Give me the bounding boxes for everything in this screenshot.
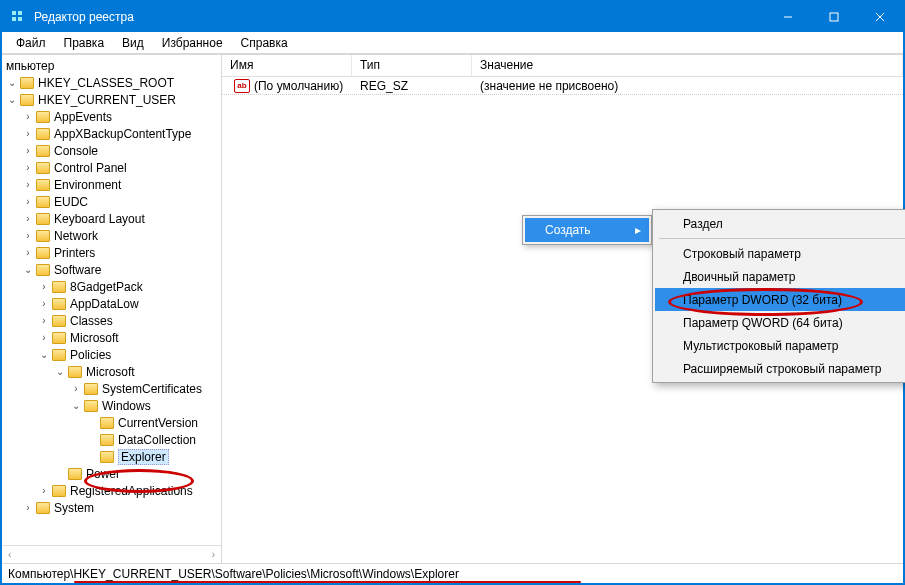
tree-item-label: DataCollection	[118, 433, 196, 447]
tree-item[interactable]: ›Microsoft	[2, 329, 221, 346]
tree-item-label: Policies	[70, 348, 111, 362]
tree-item[interactable]: ›AppEvents	[2, 108, 221, 125]
tree-view[interactable]: мпьютер⌄HKEY_CLASSES_ROOT⌄HKEY_CURRENT_U…	[2, 55, 221, 545]
minimize-button[interactable]	[765, 2, 811, 32]
tree-expander-icon[interactable]: ›	[38, 281, 50, 293]
tree-item[interactable]: CurrentVersion	[2, 414, 221, 431]
tree-expander-icon[interactable]: ›	[22, 111, 34, 123]
tree-item-label: HKEY_CLASSES_ROOT	[38, 76, 174, 90]
submenu-item[interactable]: Расширяемый строковый параметр	[655, 357, 905, 380]
folder-icon	[36, 179, 50, 191]
submenu-item[interactable]: Двоичный параметр	[655, 265, 905, 288]
tree-item[interactable]: DataCollection	[2, 431, 221, 448]
tree-item[interactable]: ›Keyboard Layout	[2, 210, 221, 227]
tree-expander-icon[interactable]: ›	[22, 230, 34, 242]
column-value[interactable]: Значение	[472, 55, 903, 76]
tree-item[interactable]: ›Environment	[2, 176, 221, 193]
folder-icon	[84, 400, 98, 412]
close-button[interactable]	[857, 2, 903, 32]
tree-item[interactable]: ⌄Windows	[2, 397, 221, 414]
submenu-item[interactable]: Раздел	[655, 212, 905, 235]
tree-expander-icon[interactable]: ›	[22, 145, 34, 157]
tree-expander-icon[interactable]: ⌄	[38, 349, 50, 361]
tree-item-label: Software	[54, 263, 101, 277]
tree-expander-icon[interactable]: ›	[22, 162, 34, 174]
submenu-separator	[659, 238, 905, 239]
column-name[interactable]: Имя	[222, 55, 352, 76]
tree-expander-icon[interactable]: ›	[38, 332, 50, 344]
tree-expander-icon[interactable]: ›	[22, 502, 34, 514]
context-menu[interactable]: Создать ▸	[522, 215, 652, 245]
context-menu-create[interactable]: Создать ▸	[525, 218, 649, 242]
value-data: (значение не присвоено)	[472, 79, 903, 93]
tree-item[interactable]: ›Network	[2, 227, 221, 244]
tree-expander-icon[interactable]: ›	[38, 315, 50, 327]
reg-string-icon: ab	[234, 79, 250, 93]
menu-view[interactable]: Вид	[114, 34, 152, 52]
tree-item[interactable]: ›Classes	[2, 312, 221, 329]
tree-expander-icon[interactable]: ›	[22, 128, 34, 140]
tree-expander-icon[interactable]: ›	[22, 179, 34, 191]
tree-item[interactable]: ›System	[2, 499, 221, 516]
tree-item[interactable]: ⌄HKEY_CURRENT_USER	[2, 91, 221, 108]
folder-icon	[52, 349, 66, 361]
tree-item[interactable]: ›RegisteredApplications	[2, 482, 221, 499]
tree-item-label: Printers	[54, 246, 95, 260]
tree-expander-icon[interactable]: ›	[22, 196, 34, 208]
tree-item[interactable]: ⌄Microsoft	[2, 363, 221, 380]
tree-item[interactable]: Explorer	[2, 448, 221, 465]
tree-expander-icon[interactable]: ›	[22, 247, 34, 259]
tree-scrollbar-horizontal[interactable]: ‹›	[2, 545, 221, 563]
tree-item[interactable]: ⌄Software	[2, 261, 221, 278]
tree-item[interactable]: ›Console	[2, 142, 221, 159]
folder-icon	[36, 230, 50, 242]
titlebar[interactable]: Редактор реестра	[2, 2, 903, 32]
menu-file[interactable]: Файл	[8, 34, 54, 52]
tree-expander-icon[interactable]: ›	[38, 298, 50, 310]
tree-item[interactable]: ›Control Panel	[2, 159, 221, 176]
app-icon	[10, 9, 26, 25]
maximize-button[interactable]	[811, 2, 857, 32]
folder-icon	[100, 434, 114, 446]
folder-icon	[36, 162, 50, 174]
tree-expander-icon[interactable]: ⌄	[22, 264, 34, 276]
tree-root[interactable]: мпьютер	[2, 57, 221, 74]
tree-item[interactable]: ›AppXBackupContentType	[2, 125, 221, 142]
submenu-item[interactable]: Строковый параметр	[655, 242, 905, 265]
svg-rect-3	[18, 17, 22, 21]
tree-expander-icon[interactable]: ›	[38, 485, 50, 497]
tree-item[interactable]: Power	[2, 465, 221, 482]
tree-item[interactable]: ›EUDC	[2, 193, 221, 210]
tree-expander-icon[interactable]: ›	[70, 383, 82, 395]
tree-item[interactable]: ›8GadgetPack	[2, 278, 221, 295]
tree-item-label: RegisteredApplications	[70, 484, 193, 498]
folder-icon	[36, 264, 50, 276]
column-type[interactable]: Тип	[352, 55, 472, 76]
submenu-item[interactable]: Параметр QWORD (64 бита)	[655, 311, 905, 334]
tree-expander-icon[interactable]: ⌄	[6, 77, 18, 89]
menu-favorites[interactable]: Избранное	[154, 34, 231, 52]
submenu-item[interactable]: Параметр DWORD (32 бита)	[655, 288, 905, 311]
tree-item[interactable]: ›SystemCertificates	[2, 380, 221, 397]
tree-expander-icon[interactable]: ⌄	[6, 94, 18, 106]
tree-item-label: Console	[54, 144, 98, 158]
folder-icon	[52, 485, 66, 497]
tree-item[interactable]: ›Printers	[2, 244, 221, 261]
statusbar: Компьютер\HKEY_CURRENT_USER\Software\Pol…	[2, 563, 903, 583]
context-menu-create-label: Создать	[545, 223, 591, 237]
value-list[interactable]: ab(По умолчанию)REG_SZ(значение не присв…	[222, 77, 903, 95]
tree-item[interactable]: ⌄Policies	[2, 346, 221, 363]
tree-item[interactable]: ⌄HKEY_CLASSES_ROOT	[2, 74, 221, 91]
tree-item-label: Network	[54, 229, 98, 243]
context-submenu[interactable]: РазделСтроковый параметрДвоичный парамет…	[652, 209, 905, 383]
tree-expander-icon[interactable]: ⌄	[70, 400, 82, 412]
menu-help[interactable]: Справка	[233, 34, 296, 52]
tree-expander-icon[interactable]: ›	[22, 213, 34, 225]
value-row[interactable]: ab(По умолчанию)REG_SZ(значение не присв…	[222, 77, 903, 95]
tree-item[interactable]: ›AppDataLow	[2, 295, 221, 312]
folder-icon	[36, 196, 50, 208]
menu-edit[interactable]: Правка	[56, 34, 113, 52]
submenu-item[interactable]: Мультистроковый параметр	[655, 334, 905, 357]
tree-expander-icon[interactable]: ⌄	[54, 366, 66, 378]
folder-icon	[36, 502, 50, 514]
